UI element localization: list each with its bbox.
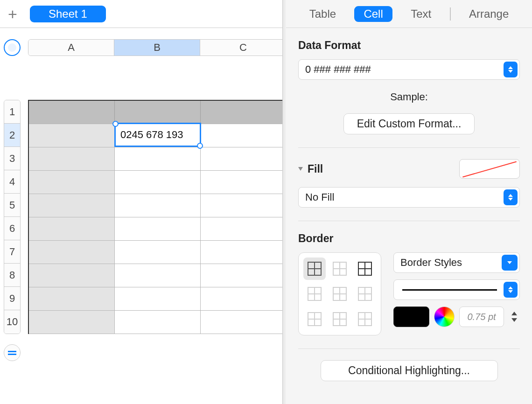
color-wheel-icon[interactable]	[434, 306, 455, 327]
border-weight-field[interactable]: 0.75 pt	[459, 306, 504, 327]
border-preset-center-v[interactable]	[329, 283, 351, 305]
chevron-down-icon	[502, 255, 518, 271]
line-preview	[402, 289, 497, 291]
data-format-select[interactable]: 0 ### ### ###	[298, 59, 520, 80]
add-rows-handle[interactable]	[4, 344, 21, 361]
sample-label: Sample:	[298, 91, 520, 103]
fill-disclosure[interactable]: Fill	[298, 163, 323, 175]
row-header-4[interactable]: 4	[4, 170, 20, 194]
stepper-icon	[504, 282, 518, 298]
row-header-6[interactable]: 6	[4, 217, 20, 240]
row-header-8[interactable]: 8	[4, 264, 20, 287]
row-header-3[interactable]: 3	[4, 147, 20, 170]
tab-table[interactable]: Table	[300, 6, 345, 22]
selection-handle-top-left[interactable]	[112, 121, 119, 127]
select-all-handle[interactable]	[4, 39, 21, 56]
spreadsheet-area: A B C 1 2 3 4 5 6 7 8 9 10 0245 678 193	[0, 28, 282, 404]
row-header-2[interactable]: 2	[4, 124, 20, 147]
col-header-c[interactable]: C	[200, 40, 286, 56]
fill-select[interactable]: No Fill	[298, 187, 520, 208]
border-preset-center-h[interactable]	[329, 308, 351, 330]
pane-divider[interactable]	[282, 0, 286, 404]
divider-2	[298, 221, 520, 221]
fill-label: Fill	[308, 163, 323, 175]
divider-3	[298, 348, 520, 349]
selected-cell[interactable]: 0245 678 193	[114, 123, 201, 147]
border-preset-outer[interactable]	[354, 258, 376, 280]
border-preset-inner[interactable]	[329, 258, 351, 280]
col-header-a[interactable]: A	[28, 40, 114, 56]
tab-cell[interactable]: Cell	[354, 6, 392, 22]
tab-text[interactable]: Text	[401, 6, 441, 22]
row-header-1[interactable]: 1	[4, 100, 20, 124]
selection-handle-bottom-right[interactable]	[197, 143, 203, 149]
sheet-tabbar: + Sheet 1	[0, 0, 282, 28]
fill-swatch[interactable]	[459, 159, 520, 179]
edit-custom-format-button[interactable]: Edit Custom Format...	[343, 113, 475, 134]
border-styles-value: Border Styles	[400, 257, 462, 269]
border-preset-all[interactable]	[303, 258, 326, 280]
tab-separator	[450, 7, 451, 21]
selected-cell-value: 0245 678 193	[120, 129, 183, 141]
sheet-tab[interactable]: Sheet 1	[30, 6, 106, 22]
border-label: Border	[298, 232, 520, 245]
data-format-label: Data Format	[298, 39, 520, 52]
row-headers: 1 2 3 4 5 6 7 8 9 10	[4, 100, 21, 334]
row-header-7[interactable]: 7	[4, 240, 20, 264]
fill-value: No Fill	[305, 191, 334, 203]
column-headers: A B C	[28, 39, 287, 56]
border-weight-stepper[interactable]	[509, 306, 520, 327]
inspector-tabs: Table Cell Text Arrange	[286, 0, 532, 28]
data-format-value: 0 ### ### ###	[305, 63, 371, 76]
conditional-highlighting-button[interactable]: Conditional Highlighting...	[321, 360, 498, 381]
row-header-5[interactable]: 5	[4, 194, 20, 217]
row-header-9[interactable]: 9	[4, 287, 20, 310]
border-preset-right[interactable]	[354, 283, 376, 305]
border-styles-select[interactable]: Border Styles	[393, 252, 520, 273]
chevron-down-icon	[298, 167, 303, 171]
border-preset-left[interactable]	[303, 283, 326, 305]
stepper-icon	[504, 189, 518, 205]
inspector-panel: Table Cell Text Arrange Data Format 0 ##…	[286, 0, 532, 404]
border-color-swatch[interactable]	[393, 306, 429, 327]
stepper-icon	[504, 62, 518, 77]
add-sheet-button[interactable]: +	[5, 6, 21, 22]
border-line-style-select[interactable]	[393, 279, 520, 300]
divider-1	[298, 147, 520, 148]
row-header-10[interactable]: 10	[4, 310, 20, 334]
col-header-b[interactable]: B	[114, 40, 200, 56]
border-preset-grid	[298, 252, 381, 335]
border-preset-top[interactable]	[303, 308, 326, 330]
tab-arrange[interactable]: Arrange	[460, 6, 518, 22]
border-preset-bottom[interactable]	[354, 308, 376, 330]
